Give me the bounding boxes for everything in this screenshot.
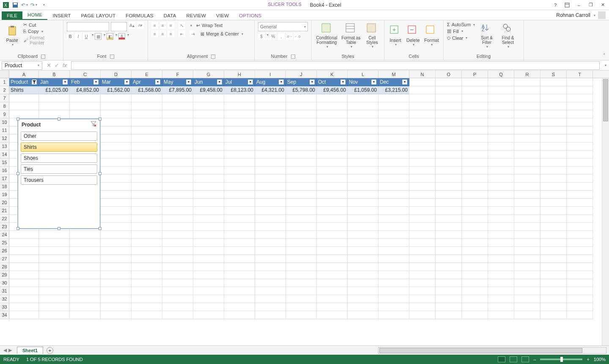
- cell[interactable]: [255, 279, 286, 287]
- cell[interactable]: [317, 279, 348, 287]
- cell[interactable]: [409, 94, 436, 102]
- cell[interactable]: [101, 207, 132, 215]
- cell[interactable]: [436, 175, 462, 183]
- slicer-item[interactable]: Trousers: [21, 175, 97, 185]
- tab-data[interactable]: DATA: [159, 11, 181, 20]
- cell[interactable]: [286, 118, 317, 126]
- cell[interactable]: [488, 311, 514, 319]
- cell[interactable]: [101, 175, 132, 183]
- cell[interactable]: [132, 175, 162, 183]
- cell[interactable]: [101, 303, 132, 311]
- cell[interactable]: [286, 239, 317, 247]
- cell[interactable]: [488, 110, 514, 118]
- cell[interactable]: [436, 110, 462, 118]
- column-header[interactable]: G: [193, 71, 224, 78]
- cell[interactable]: [286, 215, 317, 223]
- clipboard-dialog-launcher[interactable]: [41, 55, 45, 59]
- conditional-formatting-button[interactable]: Conditional Formatting▾: [315, 22, 338, 49]
- cell[interactable]: [193, 191, 224, 199]
- minimize-icon[interactable]: –: [576, 2, 582, 8]
- cell[interactable]: [462, 94, 488, 102]
- cell[interactable]: [9, 102, 39, 110]
- cell[interactable]: [224, 118, 255, 126]
- decrease-indent-icon[interactable]: ⇤: [178, 30, 185, 37]
- cell[interactable]: [488, 191, 514, 199]
- filter-dropdown-icon[interactable]: ▾: [247, 79, 253, 85]
- cell[interactable]: [514, 223, 540, 231]
- cell[interactable]: [540, 247, 567, 255]
- cell[interactable]: [224, 215, 255, 223]
- cell[interactable]: [409, 311, 436, 319]
- cell[interactable]: [162, 239, 193, 247]
- horizontal-scrollbar[interactable]: [378, 347, 606, 354]
- cell[interactable]: [224, 159, 255, 167]
- cell[interactable]: [224, 231, 255, 239]
- cell[interactable]: [39, 263, 70, 271]
- cell[interactable]: [162, 311, 193, 319]
- column-header[interactable]: O: [436, 71, 462, 78]
- cell[interactable]: [540, 311, 567, 319]
- cell[interactable]: [70, 271, 101, 279]
- cell[interactable]: [162, 303, 193, 311]
- cell-styles-button[interactable]: Cell Styles▾: [364, 22, 381, 49]
- row-header[interactable]: 31: [0, 287, 9, 295]
- cell[interactable]: [132, 110, 162, 118]
- cell[interactable]: [286, 151, 317, 159]
- decrease-decimal-icon[interactable]: ←.0: [294, 33, 301, 40]
- tab-home[interactable]: HOME: [22, 11, 47, 20]
- filter-dropdown-icon[interactable]: ▾: [62, 79, 68, 85]
- help-icon[interactable]: ?: [552, 2, 558, 8]
- sheet-nav-next-icon[interactable]: ▶: [8, 348, 12, 353]
- cell[interactable]: [224, 303, 255, 311]
- cell[interactable]: [540, 303, 567, 311]
- cell[interactable]: [462, 199, 488, 207]
- cell[interactable]: [162, 271, 193, 279]
- sheet-tab-active[interactable]: Sheet1: [17, 347, 43, 354]
- row-header[interactable]: 10: [0, 118, 9, 126]
- table-header-cell[interactable]: May▾: [162, 78, 193, 86]
- wrap-text-button[interactable]: ↩Wrap Text: [196, 23, 222, 28]
- cell[interactable]: [9, 255, 39, 263]
- filter-dropdown-icon[interactable]: ▾: [278, 79, 284, 85]
- cell[interactable]: [101, 142, 132, 151]
- cell[interactable]: [567, 126, 593, 134]
- tab-review[interactable]: REVIEW: [181, 11, 211, 20]
- cell[interactable]: [101, 199, 132, 207]
- cell[interactable]: [132, 239, 162, 247]
- cell[interactable]: [379, 231, 409, 239]
- tab-file[interactable]: FILE: [2, 11, 22, 20]
- cell[interactable]: [224, 134, 255, 142]
- cell[interactable]: [379, 207, 409, 215]
- cell[interactable]: [132, 287, 162, 295]
- cell[interactable]: [193, 183, 224, 191]
- cell[interactable]: [409, 215, 436, 223]
- cell[interactable]: [488, 142, 514, 151]
- row-header[interactable]: 16: [0, 167, 9, 175]
- cell[interactable]: [540, 86, 567, 94]
- cell[interactable]: [255, 167, 286, 175]
- cell[interactable]: [70, 94, 101, 102]
- filter-dropdown-icon[interactable]: ▾: [186, 79, 192, 85]
- cell[interactable]: [409, 159, 436, 167]
- cell[interactable]: [9, 271, 39, 279]
- cell[interactable]: [255, 175, 286, 183]
- cell[interactable]: [9, 231, 39, 239]
- cell[interactable]: [409, 199, 436, 207]
- border-button[interactable]: ▦: [95, 33, 102, 40]
- cell[interactable]: [488, 183, 514, 191]
- close-icon[interactable]: ✕: [600, 2, 606, 8]
- cell[interactable]: [286, 279, 317, 287]
- underline-button[interactable]: U: [83, 33, 90, 40]
- cell[interactable]: [567, 247, 593, 255]
- cell[interactable]: [317, 126, 348, 134]
- cell[interactable]: [540, 110, 567, 118]
- cell[interactable]: [224, 142, 255, 151]
- cell[interactable]: [193, 126, 224, 134]
- normal-view-icon[interactable]: [498, 356, 505, 362]
- cell[interactable]: [255, 223, 286, 231]
- cell[interactable]: [409, 279, 436, 287]
- cell[interactable]: [162, 215, 193, 223]
- cell[interactable]: [162, 126, 193, 134]
- table-header-cell[interactable]: Apr▾: [132, 78, 162, 86]
- cell[interactable]: [488, 239, 514, 247]
